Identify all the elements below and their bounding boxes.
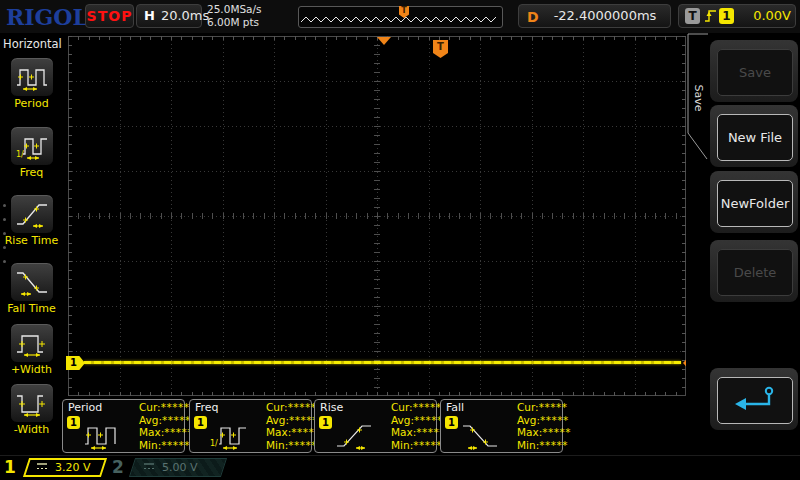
channel2-tab[interactable]: 5.00 V (129, 458, 227, 477)
graticule (68, 36, 686, 396)
menu-item-label: -Width (0, 423, 63, 436)
fall-time-icon[interactable] (10, 262, 54, 302)
trigger-label: T (685, 8, 700, 24)
menu-item-label: +Width (0, 363, 63, 376)
measurement-panel-fall: Fall 1 Cur:***** Avg:***** Max:***** Min… (440, 399, 563, 453)
menu-item-label: Rise Time (0, 234, 63, 247)
channel1-trace (84, 361, 681, 364)
measurement-name: Rise (320, 401, 343, 414)
new-folder-button[interactable]: NewFolder (710, 171, 798, 233)
channel2-scale: 5.00 V (162, 461, 198, 474)
measurement-panel-period: Period 1 Cur:***** Avg:***** Max:***** M… (62, 399, 185, 453)
save-button[interactable]: Save (710, 40, 798, 102)
menu-item-period[interactable]: Period (0, 57, 63, 119)
measurement-name: Freq (195, 401, 219, 414)
menu-item-rise-time[interactable]: Rise Time (0, 194, 63, 256)
measurement-panel-rise: Rise 1 Cur:***** Avg:***** Max:***** Min… (314, 399, 437, 453)
run-state-indicator: STOP (85, 4, 134, 28)
plus-width-icon[interactable] (10, 323, 54, 363)
measurement-stats: Cur:***** Avg:***** Max:***** Min:***** (139, 401, 193, 451)
dc-coupling-icon (143, 461, 155, 474)
trigger-source-badge: 1 (719, 8, 734, 24)
channel1-scale: 3.20 V (55, 461, 91, 474)
fall-time-icon (461, 418, 501, 454)
delay-value: -22.4000000ms (543, 5, 667, 27)
graticule-area (68, 36, 686, 396)
menu-item-label: Fall Time (0, 302, 63, 315)
horizontal-label: H (144, 8, 155, 23)
rise-time-icon[interactable] (10, 194, 54, 234)
svg-text:1/: 1/ (16, 150, 24, 159)
delay-panel: D -22.4000000ms (518, 4, 671, 28)
oscilloscope-screen: RIGOL STOP H20.0ms 25.0MSa/s 6.00M pts T… (0, 0, 800, 480)
channel-badge: 1 (194, 416, 207, 429)
top-status-bar: RIGOL STOP H20.0ms 25.0MSa/s 6.00M pts T… (0, 0, 800, 34)
measure-menu-title: Horizontal (3, 37, 62, 51)
menu-item-freq[interactable]: 1/ Freq (0, 126, 63, 188)
channel-badge: 1 (445, 416, 458, 429)
channel-status-bar: 1 3.20 V 2 5.00 V (0, 455, 800, 480)
timebase-value: 20.0ms (161, 8, 209, 23)
preview-waveform (301, 17, 496, 22)
period-icon[interactable] (10, 57, 54, 97)
measurement-stats: Cur:***** Avg:***** Max:***** Min:***** (266, 401, 320, 451)
right-soft-menu: Save Save New File NewFolder Delete (686, 33, 800, 455)
measurement-stats: Cur:***** Avg:***** Max:***** Min:***** (517, 401, 571, 451)
save-menu-tab: Save (691, 78, 705, 118)
measurement-stats: Cur:***** Avg:***** Max:***** Min:***** (391, 401, 445, 451)
measurement-name: Fall (446, 401, 464, 414)
timebase-panel: H20.0ms (136, 4, 202, 28)
menu-item-fall-time[interactable]: Fall Time (0, 262, 63, 324)
return-arrow-icon (732, 384, 778, 417)
back-button[interactable] (710, 368, 798, 430)
rising-edge-icon (704, 8, 717, 28)
minus-width-icon[interactable] (10, 383, 54, 423)
sample-rate: 25.0MSa/s (207, 3, 262, 16)
period-icon (83, 418, 123, 454)
delay-label: D (527, 6, 539, 28)
channel1-tab[interactable]: 3.20 V (23, 458, 107, 477)
channel-badge: 1 (67, 416, 80, 429)
menu-item-label: Period (0, 97, 63, 110)
channel-badge: 1 (319, 416, 332, 429)
new-file-button[interactable]: New File (710, 105, 798, 167)
rigol-logo: RIGOL (6, 4, 88, 30)
freq-icon[interactable]: 1/ (10, 126, 54, 166)
channel2-number: 2 (112, 457, 124, 477)
menu-item-minus-width[interactable]: -Width (0, 383, 63, 445)
trigger-panel: T 1 0.00V (678, 4, 796, 28)
measurement-panel-freq: Freq 1 1/ Cur:***** Avg:***** Max:***** … (189, 399, 312, 453)
left-measure-menu: Horizontal Period 1/ Freq (0, 33, 63, 455)
measurement-name: Period (68, 401, 102, 414)
svg-text:1/: 1/ (210, 439, 218, 448)
menu-item-plus-width[interactable]: +Width (0, 323, 63, 385)
acquisition-info: 25.0MSa/s 6.00M pts (207, 3, 262, 29)
memory-depth: 6.00M pts (207, 16, 262, 29)
freq-icon: 1/ (210, 418, 250, 454)
channel1-number: 1 (4, 457, 16, 477)
dc-coupling-icon (36, 461, 48, 474)
rise-time-icon (335, 418, 375, 454)
menu-item-label: Freq (0, 166, 63, 179)
trigger-level-value: 0.00V (739, 5, 791, 27)
delete-button[interactable]: Delete (710, 240, 798, 302)
